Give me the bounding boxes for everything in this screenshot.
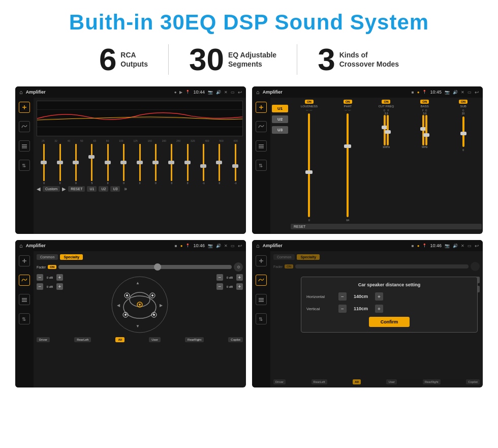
u2-btn-eq[interactable]: U2 [99, 186, 108, 192]
eq-slider-col[interactable]: 0 [132, 144, 147, 185]
plus-btn-3[interactable]: + [236, 274, 243, 281]
eq-slider-col[interactable]: 0 [212, 144, 227, 185]
reset-btn-eq[interactable]: RESET [68, 186, 85, 192]
speaker-sidebar-icon-4[interactable]: ⇅ [19, 313, 30, 324]
eq-slider-col[interactable]: 0 [69, 144, 83, 185]
minus-btn-2[interactable]: − [37, 283, 43, 290]
volume-icon-2[interactable]: 🔊 [453, 90, 458, 95]
camera-icon[interactable]: 📷 [208, 90, 213, 95]
eq-sidebar-icon-2[interactable] [19, 121, 30, 132]
bass-on[interactable]: ON [420, 100, 429, 104]
speaker-sidebar-icon-2[interactable] [19, 275, 30, 286]
distance-sidebar-icon-4[interactable]: ⇅ [256, 313, 267, 324]
eq-sidebar-icon-3[interactable] [19, 140, 30, 152]
eq-sidebar-icon-4[interactable]: ⇅ [19, 160, 30, 171]
rearright-btn-d[interactable]: RearRight [423, 379, 441, 384]
eq-slider-col[interactable]: 0 [37, 144, 51, 185]
plus-btn-2[interactable]: + [56, 283, 63, 290]
vertical-minus-btn[interactable]: − [338, 305, 347, 313]
custom-btn[interactable]: Custom [43, 186, 60, 192]
home-icon-3[interactable]: ⌂ [19, 243, 23, 249]
tab-common[interactable]: Common [37, 254, 58, 260]
play-icon[interactable]: ▶ [179, 90, 182, 95]
prev-arrow[interactable]: ◀ [37, 186, 41, 192]
horizontal-plus-btn[interactable]: + [375, 292, 383, 301]
u2-btn[interactable]: U2 [272, 115, 288, 123]
confirm-button[interactable]: Confirm [369, 317, 410, 327]
driver-btn-d[interactable]: Driver [273, 379, 286, 384]
rearleft-btn-d[interactable]: RearLeft [312, 379, 327, 384]
rearleft-btn[interactable]: RearLeft [74, 337, 91, 342]
copilot-btn[interactable]: Copilot [228, 337, 243, 342]
horizontal-minus-btn[interactable]: − [338, 292, 347, 301]
cutfreq-on[interactable]: ON [382, 100, 390, 104]
eq-slider-col[interactable]: 0 [116, 144, 131, 185]
volume-icon[interactable]: 🔊 [216, 90, 221, 95]
vertical-plus-btn[interactable]: + [375, 305, 383, 313]
speaker-sidebar-icon-3[interactable] [19, 294, 30, 305]
eq-slider-col[interactable]: -1 [196, 144, 211, 185]
minus-btn-3[interactable]: − [216, 274, 223, 281]
eq-slider-col[interactable]: 0 [180, 144, 195, 185]
rearright-btn[interactable]: RearRight [185, 337, 204, 342]
phat-on[interactable]: ON [344, 100, 352, 104]
u3-btn-eq[interactable]: U3 [110, 186, 120, 192]
close-icon-2[interactable]: ✕ [461, 90, 464, 95]
volume-icon-3[interactable]: 🔊 [216, 244, 221, 248]
eq-slider-col[interactable]: 0 [148, 144, 163, 185]
u1-btn[interactable]: U1 [272, 105, 288, 112]
close-icon-3[interactable]: ✕ [224, 244, 228, 248]
home-icon-4[interactable]: ⌂ [256, 243, 260, 249]
crossover-sidebar-icon-4[interactable]: ⇅ [256, 160, 267, 171]
camera-icon-2[interactable]: 📷 [445, 90, 450, 95]
window-icon-2[interactable]: ▭ [468, 90, 472, 95]
distance-sidebar-icon-1[interactable] [256, 255, 267, 266]
back-icon-4[interactable]: ↩ [475, 243, 479, 249]
all-btn[interactable]: All [115, 337, 124, 342]
close-icon-eq[interactable]: ✕ [224, 90, 228, 95]
sub-on[interactable]: ON [459, 100, 468, 104]
home-icon-2[interactable]: ⌂ [256, 89, 260, 95]
user-btn[interactable]: User [149, 337, 161, 342]
user-btn-d[interactable]: User [386, 379, 397, 384]
eq-slider-col[interactable]: -1 [228, 144, 243, 185]
driver-btn[interactable]: Driver [37, 337, 50, 342]
crossover-sidebar-icon-1[interactable] [256, 102, 267, 113]
minus-btn-1[interactable]: − [37, 274, 43, 281]
fader-on-badge[interactable]: ON [48, 265, 56, 269]
svg-point-29 [151, 294, 153, 296]
camera-icon-3[interactable]: 📷 [208, 244, 213, 248]
speaker-sidebar-icon-1[interactable] [19, 255, 30, 266]
window-icon[interactable]: ▭ [231, 90, 235, 95]
eq-slider-col[interactable]: 0 [164, 144, 179, 185]
distance-sidebar-icon-2[interactable] [256, 275, 267, 286]
eq-slider-col[interactable]: 5 [84, 144, 99, 185]
tab-specialty[interactable]: Specialty [60, 254, 83, 260]
volume-icon-4[interactable]: 🔊 [453, 244, 458, 248]
plus-btn-1[interactable]: + [56, 274, 63, 281]
next-arrow[interactable]: ▶ [62, 186, 66, 192]
eq-sidebar-icon-1[interactable] [19, 102, 30, 113]
u3-btn[interactable]: U3 [272, 126, 288, 134]
minus-btn-4[interactable]: − [216, 283, 223, 290]
eq-slider-col[interactable]: 0 [52, 144, 67, 185]
window-icon-4[interactable]: ▭ [468, 244, 472, 248]
close-icon-4[interactable]: ✕ [461, 244, 464, 248]
reset-btn-crossover[interactable]: RESET [291, 224, 482, 229]
home-icon[interactable]: ⌂ [19, 89, 23, 95]
window-icon-3[interactable]: ▭ [231, 244, 235, 248]
crossover-sidebar-icon-3[interactable] [256, 140, 267, 152]
loudness-on[interactable]: ON [305, 100, 314, 104]
eq-slider-col[interactable]: 0 [101, 144, 115, 185]
distance-sidebar-icon-3[interactable] [256, 294, 267, 305]
back-icon-3[interactable]: ↩ [238, 243, 242, 249]
plus-btn-4[interactable]: + [236, 283, 243, 290]
crossover-sidebar-icon-2[interactable] [256, 121, 267, 132]
back-icon-eq[interactable]: ↩ [238, 89, 242, 95]
copilot-btn-d[interactable]: Copilot [466, 379, 480, 384]
u1-btn-eq[interactable]: U1 [87, 186, 97, 192]
all-btn-d[interactable]: All [353, 379, 361, 384]
camera-icon-4[interactable]: 📷 [445, 244, 450, 248]
back-icon-2[interactable]: ↩ [475, 89, 479, 95]
settings-icon[interactable]: ⚙ [234, 262, 243, 272]
